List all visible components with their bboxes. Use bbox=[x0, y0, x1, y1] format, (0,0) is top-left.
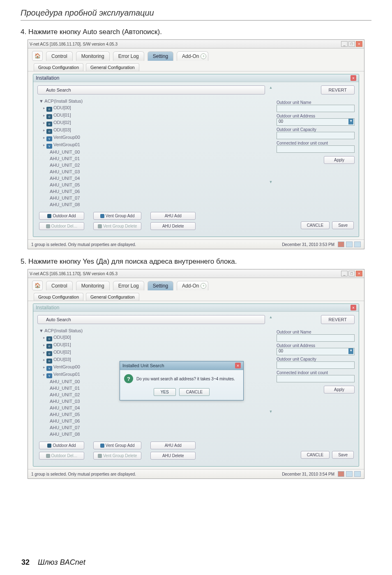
minimize-icon[interactable]: _ bbox=[341, 271, 348, 276]
cancel-button[interactable]: CANCLE bbox=[301, 221, 330, 229]
tab-monitoring[interactable]: Monitoring bbox=[76, 51, 110, 61]
tree-item[interactable]: AHU_UNIT_04 bbox=[39, 175, 265, 182]
tree-item[interactable]: VentGroup00 bbox=[53, 364, 80, 369]
outdoor-add-button[interactable]: Outdoor Add bbox=[39, 442, 84, 449]
tree-item[interactable]: AHU_UNIT_02 bbox=[39, 162, 265, 168]
scroll-up-icon[interactable]: ▲ bbox=[269, 85, 273, 90]
outdoor-name-input[interactable] bbox=[277, 105, 355, 112]
label-outdoor-capacity: Outdoor unit Capacity bbox=[277, 357, 355, 361]
subtab-group-config[interactable]: Group Configuration bbox=[34, 63, 83, 71]
auto-search-button[interactable]: Auto Search bbox=[37, 315, 265, 324]
tree-item[interactable]: AHU_UNIT_07 bbox=[39, 424, 265, 431]
vent-group-add-button[interactable]: Vent Group Add bbox=[93, 212, 141, 220]
scroll-up-icon[interactable]: ▲ bbox=[269, 315, 273, 319]
vent-group-icon bbox=[100, 444, 104, 448]
ahu-del-button[interactable]: AHU Delete bbox=[150, 452, 196, 460]
outdoor-name-input[interactable] bbox=[277, 334, 355, 342]
outdoor-address-select[interactable]: 00 bbox=[277, 118, 355, 126]
maximize-icon[interactable]: □ bbox=[348, 271, 355, 276]
close-icon[interactable]: × bbox=[356, 271, 362, 276]
outdoor-capacity-input[interactable] bbox=[277, 132, 355, 139]
device-tree[interactable]: ▼ ACP(Install Status) oODU[00] oODU[01] … bbox=[37, 98, 265, 208]
scrollbar[interactable]: ▲ ▼ bbox=[268, 315, 273, 414]
tree-item[interactable]: AHU_UNIT_05 bbox=[39, 182, 265, 188]
apply-button[interactable]: Apply bbox=[324, 386, 355, 393]
dialog-cancel-button[interactable]: CANCLE bbox=[179, 388, 210, 396]
scroll-down-icon[interactable]: ▼ bbox=[269, 409, 273, 414]
revert-button[interactable]: REVERT bbox=[321, 85, 355, 94]
tree-item[interactable]: AHU_UNIT_03 bbox=[39, 168, 265, 175]
minimize-icon[interactable]: _ bbox=[341, 41, 348, 47]
tree-item[interactable]: VentGroup01 bbox=[53, 142, 80, 147]
panel-close-icon[interactable]: × bbox=[350, 305, 356, 310]
vent-group-del-button[interactable]: Vent Group Delete bbox=[93, 222, 141, 230]
ahu-add-button[interactable]: AHU Add bbox=[150, 442, 196, 449]
subtab-group-config[interactable]: Group Configuration bbox=[34, 293, 83, 301]
tree-item[interactable]: AHU_UNIT_06 bbox=[39, 418, 265, 424]
panel-close-icon[interactable]: × bbox=[350, 75, 356, 81]
panel-title: Installation bbox=[36, 305, 59, 310]
tree-item[interactable]: AHU_UNIT_07 bbox=[39, 195, 265, 201]
home-icon[interactable]: 🏠 bbox=[32, 51, 43, 61]
save-button[interactable]: Save bbox=[332, 221, 354, 229]
tab-error-log[interactable]: Error Log bbox=[113, 51, 144, 61]
outdoor-del-button[interactable]: Outdoor Del… bbox=[39, 222, 84, 230]
tab-error-log[interactable]: Error Log bbox=[113, 281, 144, 290]
tab-control[interactable]: Control bbox=[46, 281, 73, 290]
revert-button[interactable]: REVERT bbox=[321, 315, 355, 324]
tab-control[interactable]: Control bbox=[46, 51, 73, 61]
subtab-general-config[interactable]: General Configuration bbox=[86, 293, 139, 301]
vent-group-del-button[interactable]: Vent Group Delete bbox=[93, 452, 141, 460]
label-outdoor-name: Outdoor unit Name bbox=[277, 100, 355, 105]
scroll-down-icon[interactable]: ▼ bbox=[269, 180, 273, 184]
ahu-add-button[interactable]: AHU Add bbox=[150, 212, 196, 220]
tree-item[interactable]: ODU[00] bbox=[53, 335, 71, 340]
tab-add-on[interactable]: Add-On+ bbox=[177, 281, 208, 290]
tree-item[interactable]: ODU[02] bbox=[53, 120, 71, 125]
auto-search-button[interactable]: Auto Search bbox=[37, 85, 265, 94]
indoor-count-input[interactable] bbox=[277, 145, 355, 153]
tree-root[interactable]: ▼ ACP(Install Status) bbox=[39, 98, 265, 104]
tree-item[interactable]: AHU_UNIT_05 bbox=[39, 411, 265, 418]
tree-item[interactable]: ODU[00] bbox=[53, 105, 71, 110]
tree-item[interactable]: AHU_UNIT_08 bbox=[39, 201, 265, 208]
tree-item[interactable]: AHU_UNIT_01 bbox=[39, 155, 265, 162]
vent-group-add-button[interactable]: Vent Group Add bbox=[93, 442, 141, 449]
scrollbar[interactable]: ▲ ▼ bbox=[268, 85, 273, 184]
tree-item[interactable]: AHU_UNIT_08 bbox=[39, 431, 265, 437]
cancel-button[interactable]: CANCLE bbox=[301, 451, 330, 459]
tree-item[interactable]: VentGroup00 bbox=[53, 135, 80, 140]
ahu-del-button[interactable]: AHU Delete bbox=[150, 222, 196, 230]
apply-button[interactable]: Apply bbox=[324, 156, 355, 164]
tab-setting[interactable]: Setting bbox=[148, 51, 173, 61]
tree-item[interactable]: ODU[03] bbox=[53, 357, 71, 362]
maximize-icon[interactable]: □ bbox=[348, 41, 355, 47]
outdoor-del-button[interactable]: Outdoor Del… bbox=[39, 452, 84, 460]
subtab-general-config[interactable]: General Configuration bbox=[86, 63, 139, 71]
dialog-yes-button[interactable]: YES bbox=[154, 388, 176, 396]
tree-item[interactable]: VentGroup01 bbox=[53, 372, 80, 377]
window-titlebar: V-net ACS [165.186.11.170]. S/W version … bbox=[28, 40, 364, 48]
tree-item[interactable]: ODU[03] bbox=[53, 127, 71, 132]
tree-item[interactable]: AHU_UNIT_00 bbox=[39, 149, 265, 155]
status-bar: 1 group is selected. Only mutual propert… bbox=[28, 239, 364, 249]
tree-item[interactable]: ODU[02] bbox=[53, 350, 71, 354]
home-icon[interactable]: 🏠 bbox=[32, 281, 43, 290]
tree-item[interactable]: AHU_UNIT_04 bbox=[39, 405, 265, 411]
outdoor-capacity-input[interactable] bbox=[277, 361, 355, 369]
dialog-title: Installed Unit Search bbox=[122, 363, 164, 368]
tab-setting[interactable]: Setting bbox=[148, 281, 173, 290]
indoor-count-input[interactable] bbox=[277, 375, 355, 382]
dialog-close-icon[interactable]: × bbox=[235, 363, 241, 368]
tree-item[interactable]: ODU[01] bbox=[53, 113, 71, 117]
save-button[interactable]: Save bbox=[332, 451, 354, 459]
tree-item[interactable]: ODU[01] bbox=[53, 342, 71, 347]
tree-item[interactable]: AHU_UNIT_06 bbox=[39, 188, 265, 195]
instruction-step-4: 4. Нажмите кнопку Auto search (Автопоиск… bbox=[21, 28, 371, 36]
tree-root[interactable]: ▼ ACP(Install Status) bbox=[39, 327, 265, 334]
outdoor-address-select[interactable]: 00 bbox=[277, 348, 355, 355]
outdoor-add-button[interactable]: Outdoor Add bbox=[39, 212, 84, 220]
tab-add-on[interactable]: Add-On+ bbox=[177, 51, 208, 61]
tab-monitoring[interactable]: Monitoring bbox=[76, 281, 110, 290]
close-icon[interactable]: × bbox=[356, 41, 362, 47]
